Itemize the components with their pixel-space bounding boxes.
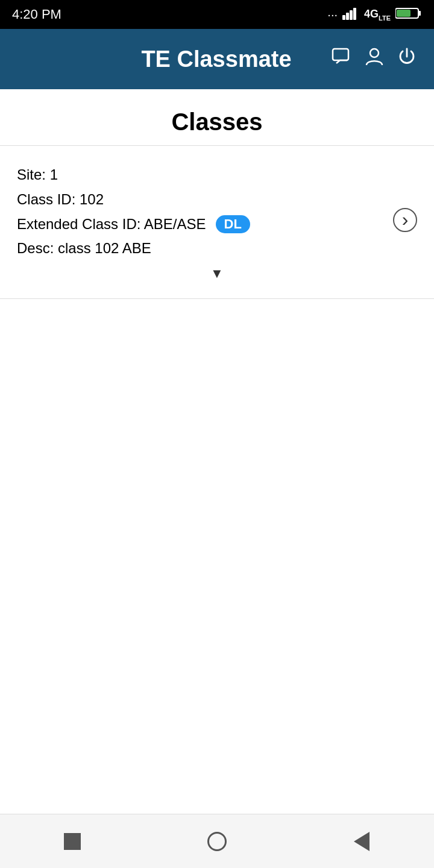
class-list: Site: 1 Class ID: 102 Extended Class ID:… xyxy=(0,146,434,814)
home-button[interactable] xyxy=(205,829,229,854)
back-button[interactable] xyxy=(350,829,374,854)
svg-rect-1 xyxy=(346,13,349,20)
dropdown-arrow-icon[interactable]: ▼ xyxy=(17,261,417,292)
app-bar: TE Classmate xyxy=(0,29,434,89)
svg-rect-3 xyxy=(353,8,356,20)
status-bar: 4:20 PM ··· 4GLTE xyxy=(0,0,434,29)
svg-rect-7 xyxy=(333,49,348,60)
bottom-nav xyxy=(0,814,434,868)
battery-indicator xyxy=(395,7,422,23)
page-title: Classes xyxy=(12,108,422,136)
status-icons: ··· 4GLTE xyxy=(327,7,422,23)
profile-icon[interactable] xyxy=(364,46,385,72)
svg-rect-6 xyxy=(397,10,410,17)
svg-rect-2 xyxy=(350,10,353,20)
svg-rect-5 xyxy=(418,11,421,16)
app-title: TE Classmate xyxy=(101,46,332,72)
home-icon xyxy=(207,832,227,851)
signal-bars xyxy=(342,7,359,23)
status-time: 4:20 PM xyxy=(12,7,61,22)
app-bar-icons xyxy=(332,46,417,72)
dl-badge: DL xyxy=(216,215,250,233)
svg-rect-0 xyxy=(342,15,345,20)
power-icon[interactable] xyxy=(397,46,417,72)
class-desc: Desc: class 102 ABE xyxy=(17,236,417,261)
back-icon xyxy=(354,832,370,851)
stop-icon xyxy=(64,833,81,850)
svg-point-8 xyxy=(370,49,379,57)
class-item[interactable]: Site: 1 Class ID: 102 Extended Class ID:… xyxy=(0,146,434,299)
chevron-right-icon[interactable]: › xyxy=(393,208,417,232)
class-extended-row: Extended Class ID: ABE/ASE DL xyxy=(17,212,417,237)
network-label: 4GLTE xyxy=(364,8,391,22)
class-id: Class ID: 102 xyxy=(17,187,417,212)
chat-icon[interactable] xyxy=(332,46,352,72)
signal-dots: ··· xyxy=(327,8,338,22)
stop-button[interactable] xyxy=(60,829,84,854)
class-site: Site: 1 xyxy=(17,163,417,187)
class-extended-id: Extended Class ID: ABE/ASE xyxy=(17,212,206,237)
page-title-container: Classes xyxy=(0,89,434,146)
